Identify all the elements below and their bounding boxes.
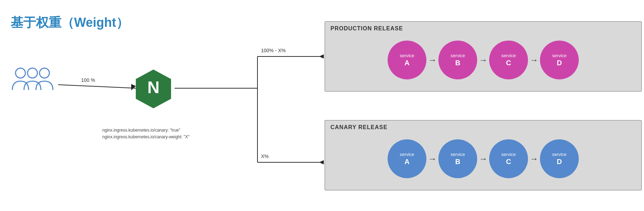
arrow-bc-canary: → bbox=[479, 154, 487, 164]
canary-service-b: service B bbox=[438, 139, 477, 178]
annotation-line-1: nginx.ingress.kubernetes.io/canary: "tru… bbox=[102, 127, 189, 134]
canary-release-box: CANARY RELEASE service A → service B → s… bbox=[324, 120, 642, 191]
svg-point-13 bbox=[40, 68, 49, 78]
arrow-ab-prod: → bbox=[428, 55, 437, 65]
svg-point-11 bbox=[16, 68, 25, 78]
arrow-ab-canary: → bbox=[428, 154, 437, 164]
nginx-icon: N bbox=[132, 68, 175, 110]
production-service-c: service C bbox=[489, 41, 528, 79]
canary-service-c: service C bbox=[489, 139, 528, 178]
svg-text:N: N bbox=[147, 78, 160, 97]
arrow-cd-prod: → bbox=[530, 55, 538, 65]
annotation-line-2: nginx.ingress.kubernetes.io/canary-weigh… bbox=[102, 134, 189, 140]
svg-marker-8 bbox=[319, 160, 324, 164]
svg-text:100 %: 100 % bbox=[81, 77, 95, 83]
production-service-d: service D bbox=[540, 41, 579, 79]
production-release-box: PRODUCTION RELEASE service A → service B… bbox=[324, 21, 642, 92]
canary-title: CANARY RELEASE bbox=[325, 121, 641, 132]
nginx-annotations: nginx.ingress.kubernetes.io/canary: "tru… bbox=[102, 127, 189, 140]
svg-point-12 bbox=[28, 68, 37, 78]
users-icon-group bbox=[11, 65, 60, 97]
canary-service-a: service A bbox=[388, 139, 426, 178]
arrow-bc-prod: → bbox=[479, 55, 487, 65]
production-title: PRODUCTION RELEASE bbox=[325, 22, 641, 34]
svg-line-0 bbox=[58, 85, 136, 88]
production-service-a: service A bbox=[388, 41, 426, 79]
page-title: 基于权重（Weight） bbox=[11, 14, 129, 31]
svg-text:100% - X%: 100% - X% bbox=[261, 48, 286, 53]
production-service-b: service B bbox=[438, 41, 477, 79]
svg-marker-6 bbox=[319, 54, 324, 59]
production-services-row: service A → service B → service C → serv… bbox=[325, 41, 641, 79]
arrow-cd-canary: → bbox=[530, 154, 538, 164]
canary-service-d: service D bbox=[540, 139, 579, 178]
canary-services-row: service A → service B → service C → serv… bbox=[325, 139, 641, 178]
svg-text:X%: X% bbox=[261, 153, 269, 159]
